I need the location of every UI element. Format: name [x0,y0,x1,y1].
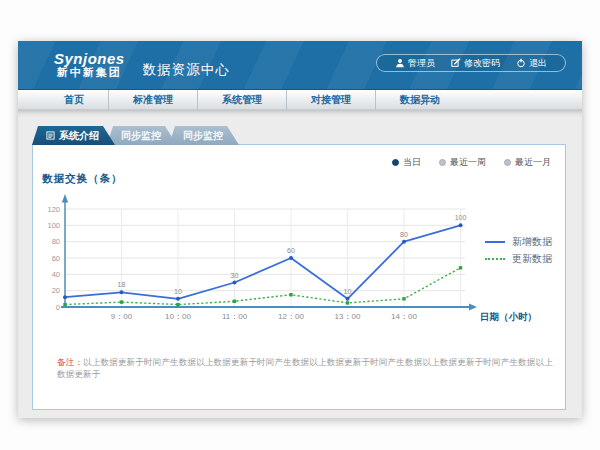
radio-label: 当日 [403,156,421,169]
change-password-label: 修改密码 [464,57,500,70]
user-menu: 管理员 修改密码 退出 [376,54,566,72]
app-title: 数据资源中心 [143,61,230,79]
radio-today[interactable]: 当日 [392,156,421,169]
change-password-button[interactable]: 修改密码 [443,57,508,70]
chart-panel: 当日 最近一周 最近一月 数据交换（条） 0204060801001201810… [32,144,566,410]
svg-text:18: 18 [118,281,126,288]
solid-line-swatch [485,241,505,243]
svg-text:100: 100 [47,221,60,230]
logo: Synjones 新中新集团 [54,51,125,78]
user-button[interactable]: 管理员 [387,57,443,70]
legend-updated-data: 更新数据 [485,250,552,267]
nav-item-integration[interactable]: 对接管理 [287,90,376,110]
logout-label: 退出 [529,57,547,70]
radio-label: 最近一月 [515,156,551,169]
nav-item-system[interactable]: 系统管理 [198,90,287,110]
main-nav: 首页 标准管理 系统管理 对接管理 数据异动 [18,90,582,110]
tab-system-intro[interactable]: 系统介绍 [32,126,115,145]
radio-dot [392,159,399,166]
time-range-radios: 当日 最近一周 最近一月 [392,156,551,169]
edit-icon [451,58,461,68]
radio-label: 最近一周 [450,156,486,169]
svg-text:10：00: 10：00 [165,312,191,321]
y-axis-title: 数据交换（条） [42,172,123,186]
document-icon [46,131,55,140]
svg-text:10: 10 [344,288,352,295]
app-window: Synjones 新中新集团 数据资源中心 管理员 修改密码 退出 首页 标准管… [18,41,582,418]
svg-text:11：00: 11：00 [222,312,248,321]
logo-en: Synjones [54,51,125,67]
footnote-prefix: 备注： [57,357,83,367]
svg-text:80: 80 [400,231,408,238]
series-legend: 新增数据 更新数据 [485,233,552,267]
dotted-line-swatch [485,258,505,260]
svg-text:10: 10 [174,288,182,295]
legend-label: 新增数据 [512,235,552,249]
radio-dot [439,159,446,166]
tab-sync-monitor-1[interactable]: 同步监控 [107,126,177,145]
svg-text:30: 30 [231,272,239,279]
user-icon [395,58,405,68]
svg-text:60: 60 [287,247,295,254]
svg-text:40: 40 [52,270,60,279]
logout-button[interactable]: 退出 [508,57,555,70]
radio-dot [504,159,511,166]
tab-label: 系统介绍 [59,126,99,145]
radio-last-week[interactable]: 最近一周 [439,156,486,169]
nav-item-home[interactable]: 首页 [40,90,109,110]
tab-label: 同步监控 [121,126,161,145]
legend-new-data: 新增数据 [485,233,552,250]
svg-text:14：00: 14：00 [391,312,417,321]
user-button-label: 管理员 [408,57,435,70]
tab-bar: 系统介绍 同步监控 同步监控 [32,126,239,145]
tab-sync-monitor-2[interactable]: 同步监控 [169,126,239,145]
svg-text:120: 120 [47,205,60,214]
svg-text:12：00: 12：00 [278,312,304,321]
nav-item-data-changes[interactable]: 数据异动 [376,90,464,110]
svg-text:100: 100 [455,214,467,221]
tab-label: 同步监控 [183,126,223,145]
logo-cn: 新中新集团 [54,67,125,79]
legend-label: 更新数据 [512,252,552,266]
svg-text:80: 80 [52,237,60,246]
svg-text:60: 60 [52,254,60,263]
app-header: Synjones 新中新集团 数据资源中心 管理员 修改密码 退出 [18,41,582,90]
power-icon [516,58,526,68]
page-content: 系统介绍 同步监控 同步监控 当日 最近一周 [18,110,582,417]
svg-text:20: 20 [52,286,60,295]
footnote: 备注：以上数据更新于时间产生数据以上数据更新于时间产生数据以上数据更新于时间产生… [57,357,553,381]
svg-text:日期（小时）: 日期（小时） [480,311,537,323]
svg-text:0: 0 [56,303,60,312]
radio-last-month[interactable]: 最近一月 [504,156,551,169]
footnote-text: 以上数据更新于时间产生数据以上数据更新于时间产生数据以上数据更新于时间产生数据以… [57,357,553,379]
svg-text:13：00: 13：00 [335,312,361,321]
svg-text:9：00: 9：00 [111,312,133,321]
nav-item-standards[interactable]: 标准管理 [109,90,198,110]
